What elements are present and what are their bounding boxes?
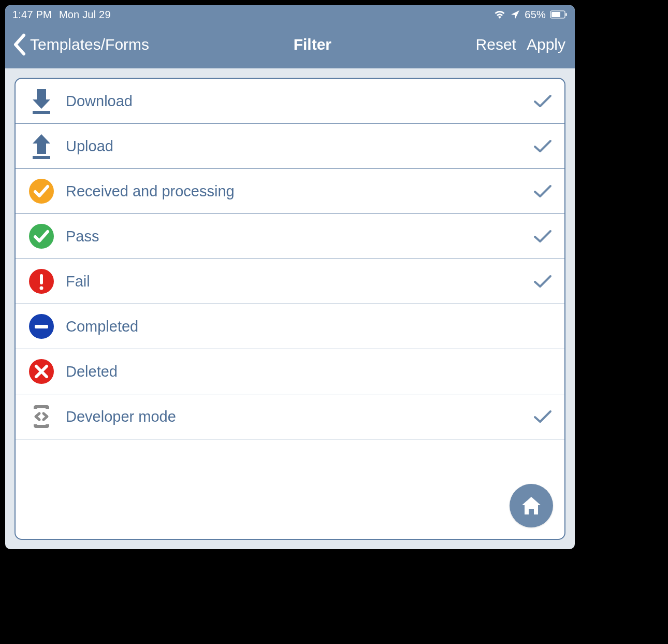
battery-pct: 65% (525, 9, 546, 21)
filter-label: Download (55, 93, 532, 110)
header: 1:47 PM Mon Jul 29 65% (5, 5, 575, 68)
status-time: 1:47 PM (12, 9, 52, 21)
status-right: 65% (493, 9, 568, 21)
download-icon (27, 87, 55, 116)
svg-rect-6 (33, 156, 50, 159)
filter-row-pass[interactable]: Pass (16, 214, 564, 259)
filter-row-fail[interactable]: Fail (16, 259, 564, 304)
check-icon (532, 406, 553, 427)
check-icon (532, 271, 553, 292)
check-icon (532, 136, 553, 156)
filter-label: Upload (55, 138, 532, 155)
status-bar: 1:47 PM Mon Jul 29 65% (5, 5, 575, 24)
status-left: 1:47 PM Mon Jul 29 (12, 9, 111, 21)
filter-label: Fail (55, 273, 532, 290)
svg-marker-3 (33, 89, 50, 109)
svg-rect-4 (33, 111, 50, 114)
chevron-left-icon (10, 33, 30, 56)
battery-icon (550, 10, 568, 19)
filter-label: Deleted (55, 363, 532, 380)
completed-icon (27, 312, 55, 341)
svg-rect-13 (35, 325, 48, 328)
filter-card: Download Upload (14, 78, 565, 540)
home-icon (520, 495, 543, 517)
location-icon (510, 9, 520, 20)
reset-button[interactable]: Reset (476, 36, 516, 53)
filter-label: Received and processing (55, 183, 532, 200)
pass-icon (27, 222, 55, 251)
devmode-icon (27, 403, 55, 431)
deleted-icon (27, 357, 55, 386)
svg-rect-2 (565, 13, 567, 16)
fail-icon (27, 267, 55, 296)
processing-icon (27, 177, 55, 206)
back-label: Templates/Forms (30, 36, 149, 53)
status-date: Mon Jul 29 (59, 9, 111, 21)
svg-marker-5 (33, 134, 50, 154)
home-button[interactable] (510, 484, 553, 527)
page-title: Filter (294, 36, 331, 53)
svg-rect-10 (40, 274, 43, 284)
upload-icon (27, 132, 55, 161)
filter-row-completed[interactable]: Completed (16, 304, 564, 349)
check-icon (532, 91, 553, 111)
filter-row-deleted[interactable]: Deleted (16, 349, 564, 394)
filter-row-devmode[interactable]: Developer mode (16, 394, 564, 439)
wifi-icon (493, 9, 506, 20)
filter-label: Completed (55, 318, 532, 335)
back-button[interactable]: Templates/Forms (10, 33, 149, 56)
filter-label: Pass (55, 228, 532, 245)
nav-actions: Reset Apply (476, 36, 565, 53)
empty-check (532, 361, 553, 382)
svg-point-11 (39, 287, 43, 290)
filter-row-download[interactable]: Download (16, 79, 564, 124)
nav-bar: Templates/Forms Filter Reset Apply (5, 24, 575, 68)
filter-row-processing[interactable]: Received and processing (16, 169, 564, 214)
filter-row-upload[interactable]: Upload (16, 124, 564, 169)
filter-label: Developer mode (55, 408, 532, 425)
app-screen: 1:47 PM Mon Jul 29 65% (5, 5, 575, 549)
svg-rect-1 (551, 12, 560, 17)
check-icon (532, 181, 553, 202)
apply-button[interactable]: Apply (527, 36, 565, 53)
check-icon (532, 226, 553, 247)
empty-check (532, 316, 553, 337)
